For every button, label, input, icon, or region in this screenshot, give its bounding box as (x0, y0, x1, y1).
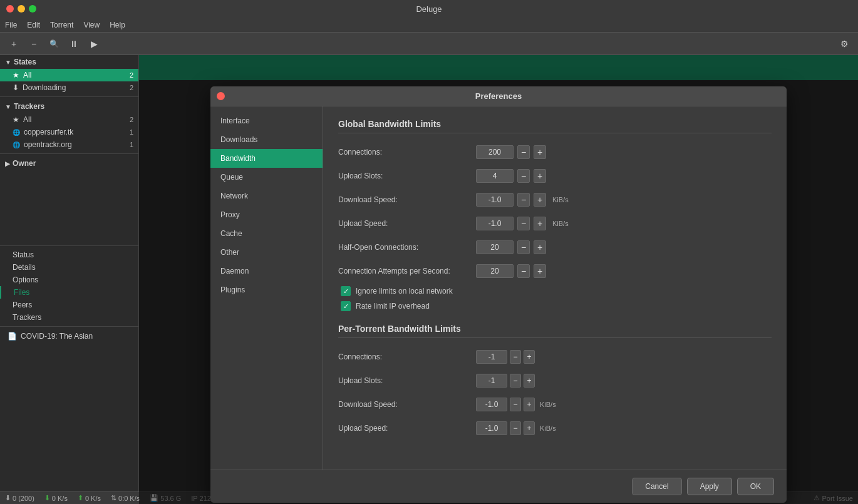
pt-upload-speed-increment[interactable]: + (524, 421, 535, 435)
sidebar-trackers-tab[interactable]: Trackers (0, 311, 138, 324)
sidebar-item-all[interactable]: ★ All 2 (0, 69, 138, 81)
global-upload-speed-decrement[interactable]: − (517, 217, 530, 230)
dialog-footer: Cancel Apply OK (210, 470, 787, 503)
states-label: States (14, 58, 36, 66)
modal-overlay: Preferences Interface Downloads Bandwidt… (139, 55, 858, 504)
minimize-button[interactable] (18, 5, 25, 13)
global-conn-attempts-decrement[interactable]: − (517, 264, 530, 278)
maximize-button[interactable] (29, 5, 36, 13)
global-upload-speed-increment[interactable]: + (534, 217, 546, 230)
global-upload-slots-decrement[interactable]: − (517, 169, 530, 183)
sidebar-item-all-trackers[interactable]: ★ All 2 (0, 113, 138, 126)
global-connections-row: Connections: 200 − + (338, 143, 772, 161)
global-upload-slots-control: 4 − + (476, 169, 546, 183)
global-upload-slots-value: 4 (476, 169, 514, 183)
downloading-icon: ⬇ (13, 83, 19, 92)
nav-item-interface[interactable]: Interface (210, 111, 323, 130)
menu-file[interactable]: File (5, 21, 17, 29)
global-upload-slots-increment[interactable]: + (534, 169, 546, 183)
dialog-close-button[interactable] (217, 92, 225, 100)
global-connections-label: Connections: (338, 148, 476, 157)
nav-item-downloads[interactable]: Downloads (210, 130, 323, 149)
menu-view[interactable]: View (83, 21, 100, 29)
pt-upload-slots-decrement[interactable]: − (510, 374, 521, 388)
owner-section-header[interactable]: ▶ Owner (0, 157, 138, 170)
rate-limit-ip-checkbox[interactable]: ✓ (341, 301, 351, 311)
nav-item-other[interactable]: Other (210, 243, 323, 262)
global-half-open-decrement[interactable]: − (517, 240, 530, 254)
nav-item-bandwidth[interactable]: Bandwidth (210, 149, 323, 168)
files-tab-label: Files (14, 288, 29, 297)
global-download-speed-row: Download Speed: -1.0 − + KiB/s (338, 191, 772, 208)
pause-button[interactable]: ⏸ (65, 35, 83, 53)
states-section-header[interactable]: ▼ States (0, 55, 138, 69)
statusbar-upload: ⬆ 0 K/s (78, 494, 101, 502)
global-upload-speed-row: Upload Speed: -1.0 − + KiB/s (338, 215, 772, 232)
sidebar-all-trackers-label: All (23, 115, 31, 124)
nav-item-daemon[interactable]: Daemon (210, 262, 323, 280)
sidebar-all-label: All (23, 71, 31, 80)
nav-item-cache[interactable]: Cache (210, 224, 323, 243)
global-download-speed-decrement[interactable]: − (517, 193, 530, 207)
sidebar-item-downloading[interactable]: ⬇ Downloading 2 (0, 81, 138, 94)
trackers-section-header[interactable]: ▼ Trackers (0, 100, 138, 113)
pt-connections-control: -1 − + (476, 350, 535, 364)
global-connections-increment[interactable]: + (534, 145, 546, 159)
pt-upload-slots-row: Upload Slots: -1 − + (338, 372, 772, 389)
sidebar-item-opentrackr[interactable]: 🌐 opentrackr.org 1 (0, 138, 138, 151)
global-download-speed-increment[interactable]: + (534, 193, 546, 207)
nav-item-proxy[interactable]: Proxy (210, 205, 323, 224)
search-button[interactable]: 🔍 (45, 35, 63, 53)
pt-upload-speed-row: Upload Speed: -1.0 − + KiB/s (338, 419, 772, 437)
resume-button[interactable]: ▶ (85, 35, 103, 53)
add-torrent-button[interactable]: + (5, 35, 23, 53)
pt-download-speed-row: Download Speed: -1.0 − + KiB/s (338, 396, 772, 413)
nav-item-network[interactable]: Network (210, 187, 323, 205)
pt-upload-speed-label: Upload Speed: (338, 424, 476, 433)
close-button[interactable] (6, 5, 14, 13)
sidebar-item-coppersurfer[interactable]: 🌐 coppersurfer.tk 1 (0, 126, 138, 138)
owner-arrow-icon: ▶ (5, 160, 10, 167)
sidebar-status-tab[interactable]: Status (0, 249, 138, 261)
sidebar-details-tab[interactable]: Details (0, 261, 138, 274)
menu-edit[interactable]: Edit (27, 21, 40, 29)
pt-download-speed-increment[interactable]: + (524, 398, 535, 411)
ok-button[interactable]: OK (737, 478, 774, 495)
cancel-button[interactable]: Cancel (632, 478, 681, 495)
sidebar-peers-tab[interactable]: Peers (0, 299, 138, 311)
sidebar-downloading-label: Downloading (23, 83, 66, 92)
global-download-speed-unit: KiB/s (552, 196, 569, 203)
sidebar-files-tab[interactable]: Files (0, 286, 138, 299)
preferences-toolbar-button[interactable]: ⚙ (835, 35, 853, 53)
pt-download-speed-decrement[interactable]: − (510, 398, 521, 411)
pt-upload-slots-increment[interactable]: + (524, 374, 535, 388)
global-conn-attempts-increment[interactable]: + (534, 264, 546, 278)
torrents-count: 0 (200) (13, 495, 34, 502)
nav-item-plugins[interactable]: Plugins (210, 280, 323, 299)
status-tab-label: Status (13, 250, 34, 259)
remove-torrent-button[interactable]: − (25, 35, 43, 53)
pt-connections-increment[interactable]: + (524, 350, 535, 364)
global-connections-decrement[interactable]: − (517, 145, 530, 159)
pt-connections-row: Connections: -1 − + (338, 348, 772, 366)
global-connections-value: 200 (476, 145, 514, 159)
sidebar-lower: Status Details Options Files Peers Track… (0, 245, 138, 324)
details-tab-label: Details (13, 263, 36, 272)
upload-speed: 0 K/s (85, 495, 101, 502)
pt-upload-speed-decrement[interactable]: − (510, 421, 521, 435)
ignore-local-checkbox[interactable]: ✓ (341, 286, 351, 296)
menu-torrent[interactable]: Torrent (50, 21, 73, 29)
traffic-lights (6, 5, 36, 13)
pt-connections-decrement[interactable]: − (510, 350, 521, 364)
global-upload-speed-label: Upload Speed: (338, 219, 476, 228)
menu-help[interactable]: Help (110, 21, 125, 29)
apply-button[interactable]: Apply (687, 478, 732, 495)
nav-item-queue[interactable]: Queue (210, 168, 323, 187)
pt-download-speed-control: -1.0 − + KiB/s (476, 398, 556, 411)
sidebar-options-tab[interactable]: Options (0, 274, 138, 286)
ignore-local-label: Ignore limits on local network (356, 287, 453, 296)
torrents-icon: ⬇ (5, 494, 11, 502)
global-download-speed-label: Download Speed: (338, 195, 476, 204)
pertorrent-section-title: Per-Torrent Bandwidth Limits (338, 324, 772, 338)
global-half-open-increment[interactable]: + (534, 240, 546, 254)
